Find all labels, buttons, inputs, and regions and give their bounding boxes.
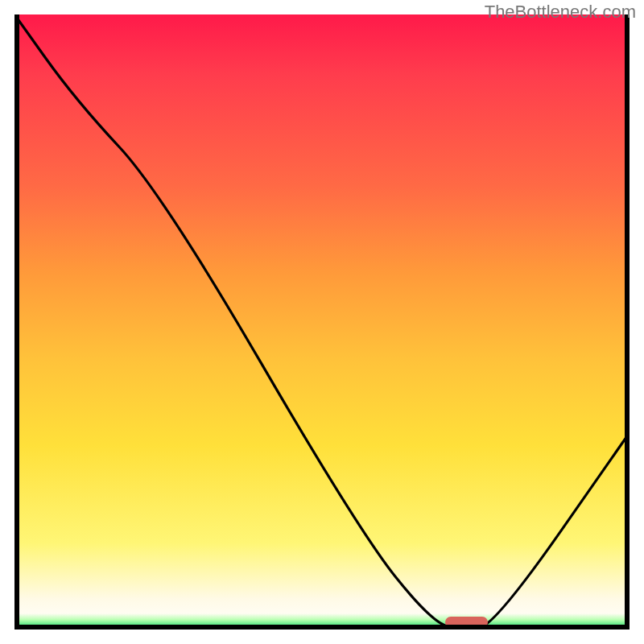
chart-container: TheBottleneck.com (0, 0, 644, 644)
optimal-marker (445, 617, 488, 628)
background-gradient (14, 14, 630, 630)
watermark-label: TheBottleneck.com (485, 2, 636, 23)
optimal-zone-strip (14, 613, 630, 630)
